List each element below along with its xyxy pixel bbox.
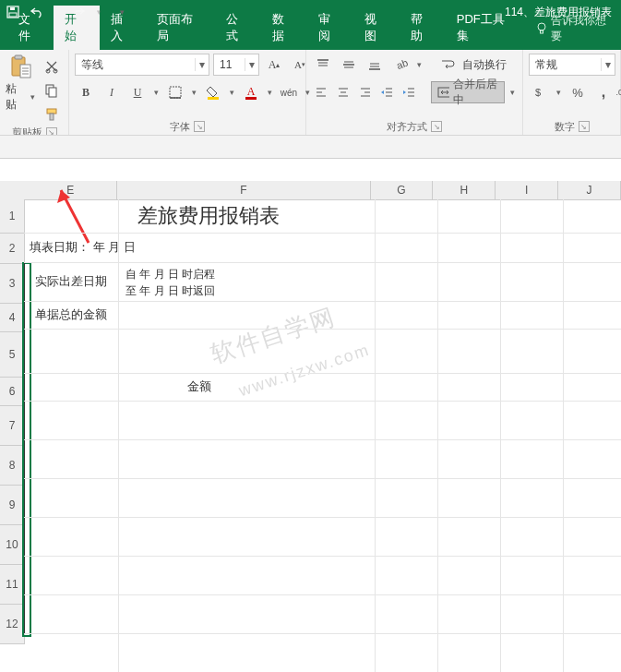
tab-insert[interactable]: 插入 bbox=[100, 6, 146, 50]
decrease-indent-icon[interactable] bbox=[378, 81, 397, 103]
row-header-2[interactable]: 2 bbox=[0, 234, 24, 264]
ribbon: 粘贴▾ 剪贴板↘ 等线▾ 1 bbox=[0, 50, 621, 136]
borders-icon[interactable] bbox=[164, 81, 186, 103]
row-header-11[interactable]: 11 bbox=[0, 565, 24, 605]
row-header-6[interactable]: 6 bbox=[0, 378, 24, 406]
font-name-combo[interactable]: 等线▾ bbox=[75, 54, 209, 76]
cells-area[interactable]: 差旅费用报销表 填表日期： 年 月 日 实际出差日期 自 年 月 日 时启程 至… bbox=[24, 199, 621, 672]
svg-text:A: A bbox=[247, 85, 256, 98]
column-headers[interactable]: EFGHIJ bbox=[24, 181, 621, 200]
group-number: 常规▾ $▾ % , .0→.00 数字↘ bbox=[523, 50, 621, 135]
underline-button[interactable]: U bbox=[126, 81, 149, 103]
increase-indent-icon[interactable] bbox=[400, 81, 419, 103]
column-header-h[interactable]: H bbox=[433, 181, 496, 199]
svg-text:ab: ab bbox=[395, 57, 408, 71]
select-all-corner[interactable] bbox=[0, 181, 25, 200]
column-header-g[interactable]: G bbox=[371, 181, 434, 199]
number-format-combo[interactable]: 常规▾ bbox=[529, 54, 615, 76]
cell-receipt-total[interactable]: 单据总的金额 bbox=[24, 301, 118, 329]
orientation-icon[interactable]: ab bbox=[389, 54, 412, 76]
svg-rect-4 bbox=[541, 30, 543, 33]
phonetic-button[interactable]: wén bbox=[278, 81, 300, 103]
tell-me[interactable]: 告诉我你想要 bbox=[532, 7, 621, 50]
redo-icon[interactable] bbox=[71, 5, 86, 19]
svg-text:$: $ bbox=[535, 87, 541, 98]
paste-icon bbox=[8, 54, 34, 79]
bold-button[interactable]: B bbox=[75, 81, 97, 103]
column-header-f[interactable]: F bbox=[117, 181, 370, 199]
cell-fill-date[interactable]: 填表日期： 年 月 日 bbox=[24, 233, 380, 262]
number-group-label: 数字 bbox=[555, 120, 575, 134]
svg-rect-2 bbox=[10, 7, 15, 10]
copy-icon[interactable] bbox=[41, 79, 63, 102]
svg-rect-19 bbox=[208, 97, 219, 100]
cell-travel-from[interactable]: 自 年 月 日 时启程 bbox=[125, 266, 371, 282]
merge-label: 合并后居中 bbox=[453, 77, 498, 108]
row-header-10[interactable]: 10 bbox=[0, 525, 24, 565]
svg-rect-17 bbox=[170, 87, 181, 98]
svg-rect-6 bbox=[15, 55, 22, 59]
tell-me-label: 告诉我你想要 bbox=[551, 13, 617, 44]
column-header-j[interactable]: J bbox=[558, 181, 621, 199]
alignment-group-label: 对齐方式 bbox=[387, 120, 427, 134]
increase-font-icon[interactable]: A▴ bbox=[263, 54, 285, 76]
save-icon[interactable] bbox=[6, 5, 20, 19]
watermark: 软件自学网 bbox=[207, 300, 340, 371]
cell-amount-header[interactable]: 金额 bbox=[24, 373, 375, 401]
svg-rect-14 bbox=[49, 88, 56, 97]
font-size-combo[interactable]: 11▾ bbox=[213, 54, 259, 76]
align-middle-icon[interactable] bbox=[338, 54, 360, 76]
svg-point-3 bbox=[538, 23, 545, 30]
number-dialog-launcher-icon[interactable]: ↘ bbox=[579, 121, 590, 132]
font-group-label: 字体 bbox=[170, 120, 190, 134]
align-center-icon[interactable] bbox=[334, 81, 352, 103]
svg-rect-21 bbox=[245, 97, 257, 100]
cut-icon[interactable] bbox=[41, 55, 63, 78]
wrap-text-icon[interactable] bbox=[436, 54, 459, 76]
tab-help[interactable]: 帮助 bbox=[400, 6, 446, 50]
row-header-12[interactable]: 12 bbox=[0, 605, 24, 644]
row-headers[interactable]: 123456789101112 bbox=[0, 199, 25, 644]
italic-button[interactable]: I bbox=[101, 81, 123, 103]
format-painter-icon[interactable] bbox=[41, 103, 63, 126]
cell-travel-to[interactable]: 至 年 月 日 时返回 bbox=[125, 282, 371, 299]
tab-formulas[interactable]: 公式 bbox=[215, 6, 261, 50]
alignment-dialog-launcher-icon[interactable]: ↘ bbox=[431, 121, 442, 132]
group-alignment: ab▾ 自动换行 合并后居中 ▾ 对齐方式↘ bbox=[306, 50, 523, 135]
undo-icon[interactable] bbox=[30, 5, 44, 19]
tab-page-layout[interactable]: 页面布局 bbox=[146, 6, 216, 50]
cell-actual-travel-date[interactable]: 实际出差日期 bbox=[24, 262, 118, 301]
paste-button[interactable]: 粘贴▾ bbox=[6, 54, 37, 113]
align-right-icon[interactable] bbox=[356, 81, 375, 103]
font-dialog-launcher-icon[interactable]: ↘ bbox=[194, 121, 205, 132]
tab-review[interactable]: 审阅 bbox=[307, 6, 353, 50]
cell-title[interactable]: 差旅费用报销表 bbox=[42, 199, 375, 233]
align-bottom-icon[interactable] bbox=[364, 54, 386, 76]
merge-button[interactable]: 合并后居中 bbox=[431, 81, 505, 103]
svg-rect-15 bbox=[47, 109, 56, 114]
row-header-3[interactable]: 3 bbox=[0, 264, 24, 304]
accounting-format-icon[interactable]: $ bbox=[529, 81, 551, 103]
tab-pdf-tools[interactable]: PDF工具集 bbox=[446, 6, 528, 50]
row-header-8[interactable]: 8 bbox=[0, 446, 24, 486]
font-color-icon[interactable]: A bbox=[240, 81, 262, 103]
column-header-i[interactable]: I bbox=[496, 181, 558, 199]
tab-data[interactable]: 数据 bbox=[261, 6, 307, 50]
comma-format-icon[interactable]: , bbox=[592, 81, 615, 103]
tab-view[interactable]: 视图 bbox=[353, 6, 400, 50]
row-header-9[interactable]: 9 bbox=[0, 486, 24, 525]
row-header-4[interactable]: 4 bbox=[0, 304, 24, 332]
align-left-icon[interactable] bbox=[312, 81, 330, 103]
svg-rect-1 bbox=[9, 13, 17, 17]
fill-color-icon[interactable] bbox=[202, 81, 224, 103]
percent-format-icon[interactable]: % bbox=[567, 81, 589, 103]
row-header-7[interactable]: 7 bbox=[0, 406, 24, 446]
redo-dropdown-icon[interactable]: ▾ bbox=[95, 7, 103, 17]
worksheet[interactable]: EFGHIJ 123456789101112 差旅费用报销表 填表日期： 年 月… bbox=[0, 181, 621, 672]
align-top-icon[interactable] bbox=[312, 54, 334, 76]
wrap-text-label[interactable]: 自动换行 bbox=[462, 57, 507, 73]
group-clipboard: 粘贴▾ 剪贴板↘ bbox=[0, 50, 69, 135]
row-header-5[interactable]: 5 bbox=[0, 332, 24, 378]
row-header-1[interactable]: 1 bbox=[0, 199, 24, 234]
column-header-e[interactable]: E bbox=[24, 181, 117, 199]
